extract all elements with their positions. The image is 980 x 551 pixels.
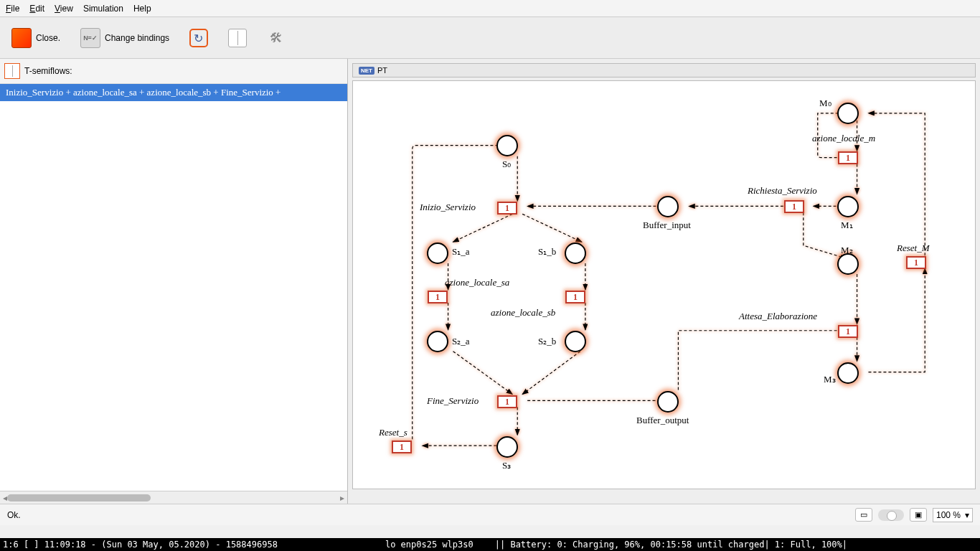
bindings-label: Change bindings — [105, 33, 169, 43]
label-M3: M₃ — [824, 374, 836, 385]
status-message: Ok. — [7, 510, 849, 520]
taskbar-battery: || Battery: 0: Charging, 96%, 00:15:58 u… — [495, 540, 847, 550]
taskbar-clock: 1:6 [ ] 11:09:18 - (Sun 03 May, 05.2020)… — [3, 540, 278, 550]
main-area: T-semiflows: Inizio_Servizio + azione_lo… — [0, 59, 980, 504]
place-M1[interactable] — [837, 196, 859, 217]
left-panel-header: T-semiflows: — [0, 59, 347, 84]
label-richiesta: Richiesta_Servizio — [748, 185, 817, 197]
bindings-icon: N=✓ — [80, 28, 100, 48]
left-panel-title: T-semiflows: — [24, 66, 72, 76]
label-reset-s: Reset_s — [379, 427, 407, 438]
left-scrollbar[interactable]: ◂▸ — [0, 491, 347, 504]
wrench-icon: 🛠 — [267, 29, 286, 47]
change-bindings-button[interactable]: N=✓ Change bindings — [77, 25, 172, 51]
menu-view[interactable]: View — [55, 4, 73, 14]
refresh-button[interactable] — [187, 26, 211, 50]
label-S2a: S₂_a — [452, 336, 470, 347]
close-button[interactable]: Close. — [9, 25, 63, 51]
trans-reset-m[interactable]: 1 — [906, 256, 926, 269]
trans-reset-s[interactable]: 1 — [392, 441, 412, 453]
label-S1a: S₁_a — [452, 246, 470, 258]
trans-az-sa[interactable]: 1 — [428, 291, 448, 303]
petri-net-canvas[interactable]: S₀ S₁_a S₁_b S₂_a S₂_b S₃ Buffer_input B… — [352, 80, 976, 489]
label-inizio: Inizio_Servizio — [420, 202, 476, 213]
label-az-sb: azione_locale_sb — [491, 307, 555, 319]
place-S1a[interactable] — [427, 242, 448, 264]
semiflow-icon — [4, 63, 20, 79]
toolbar: Close. N=✓ Change bindings 🛠 — [0, 17, 980, 59]
book-button[interactable] — [225, 26, 250, 50]
label-az-sa: azione_locale_sa — [445, 277, 509, 288]
label-buffer-output: Buffer_output — [636, 415, 689, 426]
zoom-in-button[interactable]: ▣ — [910, 508, 927, 522]
system-taskbar: 1:6 [ ] 11:09:18 - (Sun 03 May, 05.2020)… — [0, 538, 980, 551]
label-buffer-input: Buffer_input — [643, 220, 691, 231]
trans-richiesta[interactable]: 1 — [784, 200, 804, 213]
place-M0[interactable] — [837, 103, 859, 124]
taskbar-net: lo enp0s25 wlp3s0 — [385, 540, 473, 550]
net-title: PT — [377, 66, 387, 75]
label-M1: M₁ — [841, 220, 853, 231]
trans-fine[interactable]: 1 — [497, 395, 517, 408]
label-S2b: S₂_b — [538, 336, 556, 347]
place-M3[interactable] — [837, 362, 859, 384]
trans-attesa[interactable]: 1 — [838, 325, 858, 338]
trans-az-m[interactable]: 1 — [838, 151, 858, 164]
toggle-switch[interactable] — [878, 509, 904, 521]
close-label: Close. — [36, 33, 60, 43]
book-icon — [228, 29, 247, 47]
close-icon — [11, 28, 32, 48]
place-M2[interactable] — [837, 253, 859, 275]
label-S3: S₃ — [502, 460, 511, 471]
place-S0[interactable] — [496, 135, 518, 156]
menu-simulation[interactable]: Simulation — [83, 4, 123, 14]
trans-inizio[interactable]: 1 — [497, 202, 517, 215]
status-bar: Ok. ▭ ▣ 100 %▾ — [0, 504, 980, 525]
label-attesa: Attesa_Elaborazione — [739, 311, 817, 322]
label-fine: Fine_Servizio — [427, 395, 479, 407]
zoom-out-button[interactable]: ▭ — [855, 508, 872, 522]
menu-help[interactable]: Help — [133, 4, 151, 14]
chevron-down-icon: ▾ — [965, 510, 969, 520]
label-reset-m: Reset_M — [897, 242, 929, 254]
label-az-m: azione_locale_m — [812, 133, 875, 144]
menu-file[interactable]: File — [6, 4, 19, 14]
right-panel: NET PT — [348, 59, 980, 504]
label-S1b: S₁_b — [538, 246, 556, 258]
semiflow-item[interactable]: Inizio_Servizio + azione_locale_sa + azi… — [0, 84, 347, 101]
label-M0: M₀ — [819, 98, 831, 109]
zoom-select[interactable]: 100 %▾ — [933, 508, 973, 522]
refresh-icon — [189, 29, 208, 47]
place-S3[interactable] — [496, 436, 518, 458]
place-buffer-output[interactable] — [657, 391, 679, 413]
net-title-bar: NET PT — [352, 63, 976, 77]
label-M2: M₂ — [841, 245, 853, 256]
label-S0: S₀ — [502, 159, 511, 170]
place-S2b[interactable] — [565, 331, 586, 352]
tool-button[interactable]: 🛠 — [264, 26, 288, 50]
place-S1b[interactable] — [565, 242, 586, 264]
left-panel: T-semiflows: Inizio_Servizio + azione_lo… — [0, 59, 348, 504]
trans-az-sb[interactable]: 1 — [565, 291, 585, 303]
place-buffer-input[interactable] — [657, 196, 679, 217]
net-icon: NET — [359, 67, 374, 75]
menu-edit[interactable]: Edit — [29, 4, 44, 14]
menu-bar: File Edit View Simulation Help — [0, 0, 980, 17]
place-S2a[interactable] — [427, 331, 448, 352]
semiflow-list: Inizio_Servizio + azione_locale_sa + azi… — [0, 84, 347, 491]
